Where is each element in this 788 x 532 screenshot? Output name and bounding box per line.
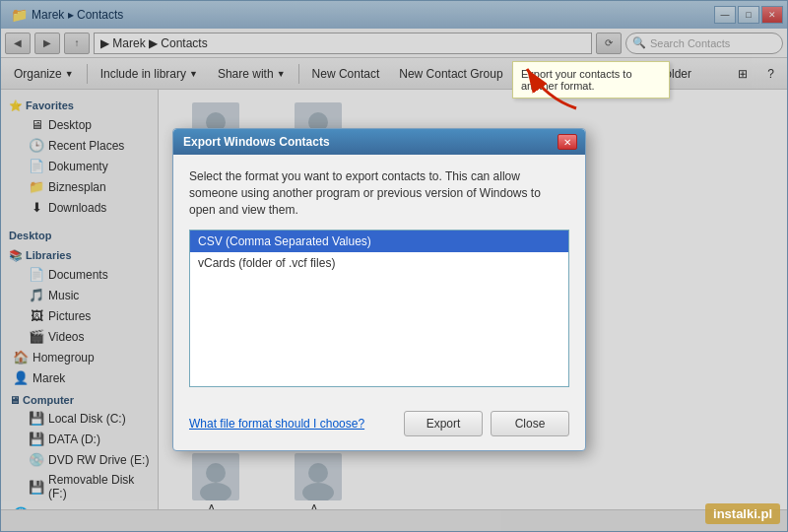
- tooltip-box: Export your contacts to another format.: [512, 61, 670, 99]
- dialog-footer: What file format should I choose? Export…: [173, 401, 585, 450]
- dialog-description: Select the format you want to export con…: [189, 168, 569, 218]
- export-dialog: Export Windows Contacts ✕ Select the for…: [172, 128, 586, 451]
- tooltip-text: Export your contacts to another format.: [521, 68, 632, 92]
- dialog-title: Export Windows Contacts: [183, 135, 330, 149]
- watermark: instalki.pl: [705, 503, 780, 524]
- format-item-csv[interactable]: CSV (Comma Separated Values): [190, 231, 568, 252]
- dialog-body: Select the format you want to export con…: [173, 155, 585, 401]
- close-btn[interactable]: Close: [491, 411, 569, 436]
- format-help-link[interactable]: What file format should I choose?: [189, 417, 364, 431]
- format-item-vcards[interactable]: vCards (folder of .vcf files): [190, 252, 568, 274]
- dialog-close-button[interactable]: ✕: [558, 134, 577, 150]
- format-list: CSV (Comma Separated Values) vCards (fol…: [189, 230, 569, 387]
- dialog-buttons: Export Close: [404, 411, 569, 436]
- export-btn[interactable]: Export: [404, 411, 483, 436]
- dialog-titlebar: Export Windows Contacts ✕: [173, 129, 585, 155]
